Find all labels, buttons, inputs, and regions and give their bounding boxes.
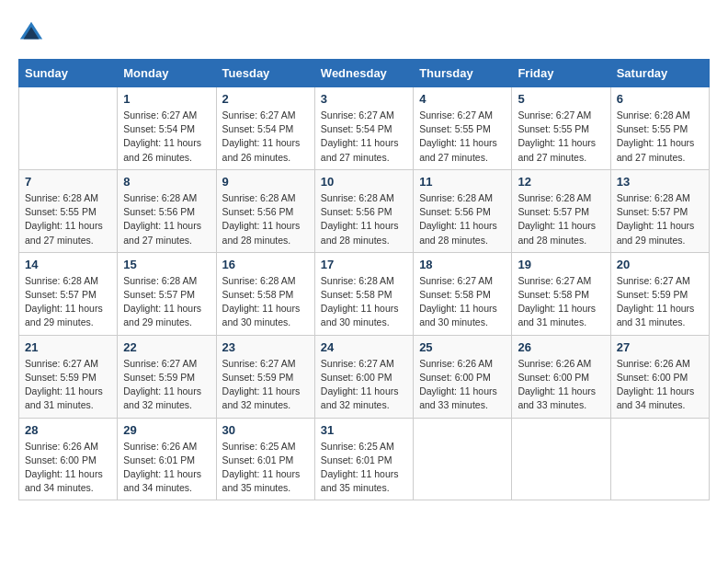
day-info: Sunrise: 6:28 AMSunset: 5:56 PMDaylight:…: [419, 191, 506, 247]
day-info: Sunrise: 6:27 AMSunset: 5:54 PMDaylight:…: [222, 109, 309, 165]
day-info: Sunrise: 6:27 AMSunset: 6:00 PMDaylight:…: [321, 357, 407, 413]
day-info: Sunrise: 6:27 AMSunset: 5:54 PMDaylight:…: [321, 109, 407, 165]
day-number: 30: [222, 423, 309, 437]
calendar-cell: 27Sunrise: 6:26 AMSunset: 6:00 PMDayligh…: [610, 335, 709, 418]
calendar-cell: 14Sunrise: 6:28 AMSunset: 5:57 PMDayligh…: [19, 252, 118, 335]
day-number: 24: [321, 340, 407, 354]
calendar-cell: [512, 418, 610, 500]
day-number: 22: [123, 340, 210, 354]
day-info: Sunrise: 6:27 AMSunset: 5:55 PMDaylight:…: [518, 109, 604, 165]
day-number: 19: [518, 258, 604, 271]
day-info: Sunrise: 6:26 AMSunset: 6:01 PMDaylight:…: [123, 440, 210, 496]
day-info: Sunrise: 6:27 AMSunset: 5:58 PMDaylight:…: [518, 274, 604, 330]
day-number: 25: [419, 340, 506, 354]
calendar-cell: 17Sunrise: 6:28 AMSunset: 5:58 PMDayligh…: [314, 252, 413, 335]
calendar-cell: 23Sunrise: 6:27 AMSunset: 5:59 PMDayligh…: [216, 335, 314, 418]
day-info: Sunrise: 6:26 AMSunset: 6:00 PMDaylight:…: [518, 357, 604, 413]
calendar-cell: 11Sunrise: 6:28 AMSunset: 5:56 PMDayligh…: [414, 169, 512, 252]
calendar-cell: 3Sunrise: 6:27 AMSunset: 5:54 PMDaylight…: [314, 87, 413, 170]
logo-icon: [18, 18, 44, 44]
day-info: Sunrise: 6:26 AMSunset: 6:00 PMDaylight:…: [617, 357, 703, 413]
calendar-cell: [610, 418, 709, 500]
day-number: 27: [617, 340, 703, 354]
calendar-cell: 12Sunrise: 6:28 AMSunset: 5:57 PMDayligh…: [512, 169, 610, 252]
calendar-cell: 26Sunrise: 6:26 AMSunset: 6:00 PMDayligh…: [512, 335, 610, 418]
day-info: Sunrise: 6:27 AMSunset: 5:58 PMDaylight:…: [419, 274, 506, 330]
calendar-cell: 18Sunrise: 6:27 AMSunset: 5:58 PMDayligh…: [414, 252, 512, 335]
calendar-week-row: 28Sunrise: 6:26 AMSunset: 6:00 PMDayligh…: [19, 418, 710, 500]
calendar-cell: 9Sunrise: 6:28 AMSunset: 5:56 PMDaylight…: [216, 169, 314, 252]
day-info: Sunrise: 6:28 AMSunset: 5:55 PMDaylight:…: [25, 191, 111, 247]
day-info: Sunrise: 6:27 AMSunset: 5:55 PMDaylight:…: [419, 109, 506, 165]
day-number: 28: [25, 423, 111, 437]
calendar-cell: 21Sunrise: 6:27 AMSunset: 5:59 PMDayligh…: [19, 335, 118, 418]
day-number: 16: [222, 258, 309, 271]
calendar-cell: 16Sunrise: 6:28 AMSunset: 5:58 PMDayligh…: [216, 252, 314, 335]
day-info: Sunrise: 6:28 AMSunset: 5:57 PMDaylight:…: [123, 274, 210, 330]
day-info: Sunrise: 6:27 AMSunset: 5:59 PMDaylight:…: [617, 274, 703, 330]
day-number: 10: [321, 175, 407, 189]
calendar-cell: 25Sunrise: 6:26 AMSunset: 6:00 PMDayligh…: [414, 335, 512, 418]
calendar-cell: 5Sunrise: 6:27 AMSunset: 5:55 PMDaylight…: [512, 87, 610, 170]
day-info: Sunrise: 6:28 AMSunset: 5:55 PMDaylight:…: [617, 109, 703, 165]
calendar-cell: [19, 87, 118, 170]
calendar-cell: 24Sunrise: 6:27 AMSunset: 6:00 PMDayligh…: [314, 335, 413, 418]
col-header-thursday: Thursday: [414, 60, 512, 87]
col-header-tuesday: Tuesday: [216, 60, 314, 87]
col-header-wednesday: Wednesday: [314, 60, 413, 87]
calendar-cell: 19Sunrise: 6:27 AMSunset: 5:58 PMDayligh…: [512, 252, 610, 335]
calendar-cell: 20Sunrise: 6:27 AMSunset: 5:59 PMDayligh…: [610, 252, 709, 335]
calendar-week-row: 14Sunrise: 6:28 AMSunset: 5:57 PMDayligh…: [19, 252, 710, 335]
calendar-cell: 2Sunrise: 6:27 AMSunset: 5:54 PMDaylight…: [216, 87, 314, 170]
day-info: Sunrise: 6:28 AMSunset: 5:58 PMDaylight:…: [222, 274, 309, 330]
day-info: Sunrise: 6:26 AMSunset: 6:00 PMDaylight:…: [25, 440, 111, 496]
col-header-sunday: Sunday: [19, 60, 118, 87]
day-info: Sunrise: 6:28 AMSunset: 5:57 PMDaylight:…: [25, 274, 111, 330]
calendar-cell: 6Sunrise: 6:28 AMSunset: 5:55 PMDaylight…: [610, 87, 709, 170]
day-info: Sunrise: 6:28 AMSunset: 5:56 PMDaylight:…: [123, 191, 210, 247]
day-number: 3: [321, 92, 407, 106]
col-header-friday: Friday: [512, 60, 610, 87]
day-number: 31: [321, 423, 407, 437]
day-number: 4: [419, 92, 506, 106]
calendar-cell: 13Sunrise: 6:28 AMSunset: 5:57 PMDayligh…: [610, 169, 709, 252]
calendar-cell: 1Sunrise: 6:27 AMSunset: 5:54 PMDaylight…: [118, 87, 216, 170]
day-info: Sunrise: 6:28 AMSunset: 5:56 PMDaylight:…: [321, 191, 407, 247]
day-number: 14: [25, 258, 111, 271]
calendar-cell: 22Sunrise: 6:27 AMSunset: 5:59 PMDayligh…: [118, 335, 216, 418]
day-number: 2: [222, 92, 309, 106]
day-info: Sunrise: 6:28 AMSunset: 5:57 PMDaylight:…: [518, 191, 604, 247]
calendar-table: SundayMondayTuesdayWednesdayThursdayFrid…: [18, 59, 710, 500]
day-number: 5: [518, 92, 604, 106]
calendar-cell: 15Sunrise: 6:28 AMSunset: 5:57 PMDayligh…: [118, 252, 216, 335]
day-number: 23: [222, 340, 309, 354]
calendar-cell: 31Sunrise: 6:25 AMSunset: 6:01 PMDayligh…: [314, 418, 413, 500]
calendar-cell: 29Sunrise: 6:26 AMSunset: 6:01 PMDayligh…: [118, 418, 216, 500]
calendar-cell: 28Sunrise: 6:26 AMSunset: 6:00 PMDayligh…: [19, 418, 118, 500]
day-number: 9: [222, 175, 309, 189]
day-info: Sunrise: 6:25 AMSunset: 6:01 PMDaylight:…: [321, 440, 407, 496]
calendar-header-row: SundayMondayTuesdayWednesdayThursdayFrid…: [19, 60, 710, 87]
col-header-monday: Monday: [118, 60, 216, 87]
day-number: 13: [617, 175, 703, 189]
day-info: Sunrise: 6:28 AMSunset: 5:58 PMDaylight:…: [321, 274, 407, 330]
day-number: 26: [518, 340, 604, 354]
day-info: Sunrise: 6:26 AMSunset: 6:00 PMDaylight:…: [419, 357, 506, 413]
day-number: 29: [123, 423, 210, 437]
day-number: 17: [321, 258, 407, 271]
day-info: Sunrise: 6:27 AMSunset: 5:54 PMDaylight:…: [123, 109, 210, 165]
calendar-week-row: 21Sunrise: 6:27 AMSunset: 5:59 PMDayligh…: [19, 335, 710, 418]
calendar-cell: 4Sunrise: 6:27 AMSunset: 5:55 PMDaylight…: [414, 87, 512, 170]
day-number: 1: [123, 92, 210, 106]
day-info: Sunrise: 6:27 AMSunset: 5:59 PMDaylight:…: [222, 357, 309, 413]
calendar-cell: [414, 418, 512, 500]
calendar-cell: 7Sunrise: 6:28 AMSunset: 5:55 PMDaylight…: [19, 169, 118, 252]
day-info: Sunrise: 6:28 AMSunset: 5:56 PMDaylight:…: [222, 191, 309, 247]
calendar-cell: 8Sunrise: 6:28 AMSunset: 5:56 PMDaylight…: [118, 169, 216, 252]
day-info: Sunrise: 6:28 AMSunset: 5:57 PMDaylight:…: [617, 191, 703, 247]
day-number: 12: [518, 175, 604, 189]
day-number: 8: [123, 175, 210, 189]
page-header: [18, 18, 710, 44]
day-info: Sunrise: 6:27 AMSunset: 5:59 PMDaylight:…: [123, 357, 210, 413]
day-info: Sunrise: 6:25 AMSunset: 6:01 PMDaylight:…: [222, 440, 309, 496]
